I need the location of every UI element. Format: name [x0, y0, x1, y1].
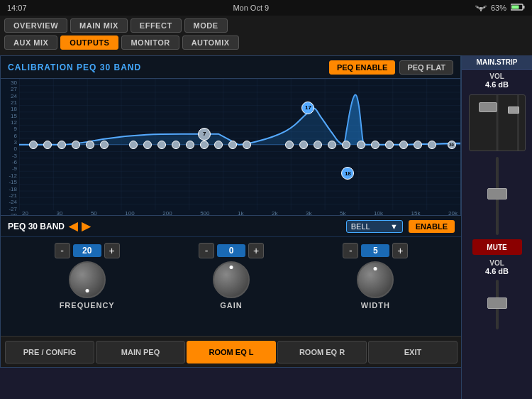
- band-node-30[interactable]: 30: [448, 141, 456, 149]
- band-node-14[interactable]: [214, 141, 223, 149]
- gain-minus-button[interactable]: -: [199, 243, 214, 258]
- right-panel-title: MAIN.STRIP: [462, 55, 532, 70]
- band-node-15[interactable]: [228, 141, 237, 149]
- nav-btn-mode[interactable]: MODE: [184, 18, 228, 33]
- band-node-6[interactable]: [100, 141, 109, 149]
- band-node-23[interactable]: [342, 141, 350, 149]
- width-group: - 5 + WIDTH: [326, 243, 425, 310]
- bottom-tab-room-eq-l[interactable]: ROOM EQ L: [187, 341, 276, 364]
- svg-rect-2: [523, 6, 525, 9]
- width-knob[interactable]: [357, 261, 394, 298]
- band-node-13[interactable]: [200, 141, 209, 149]
- top-vol-label: VOL: [489, 72, 504, 80]
- peq-enable-button[interactable]: PEQ ENABLE: [329, 60, 396, 75]
- arrow-right-icon[interactable]: ▶: [82, 219, 90, 233]
- frequency-knob[interactable]: [69, 261, 106, 298]
- y-axis-labels: 302724211815129630-3-6-9-12-15-18-21-24-…: [1, 79, 19, 220]
- bottom-tabs: PRE / CONFIGMAIN PEQROOM EQ LROOM EQ REX…: [1, 336, 462, 367]
- band-node-3[interactable]: [57, 141, 66, 149]
- band-node-22[interactable]: [328, 141, 336, 149]
- main-fader[interactable]: [469, 157, 526, 235]
- band-node-25[interactable]: [371, 141, 379, 149]
- status-day: Mon Oct 9: [233, 4, 269, 12]
- peq-type-select[interactable]: BELL ▼: [346, 220, 403, 233]
- gain-label: GAIN: [220, 301, 243, 310]
- width-minus-button[interactable]: -: [343, 243, 358, 258]
- band-node-26[interactable]: [385, 141, 394, 149]
- peq-enable-band-button[interactable]: ENABLE: [409, 220, 455, 233]
- band-node-1[interactable]: [29, 141, 38, 149]
- gain-knob[interactable]: [213, 261, 250, 298]
- main-area: CALIBRATION PEQ 30 BAND PEQ ENABLE PEQ F…: [0, 55, 461, 368]
- band-node-21[interactable]: [314, 141, 322, 149]
- eq-graph[interactable]: 302724211815129630-3-6-9-12-15-18-21-24-…: [1, 79, 460, 221]
- nav-bar: OVERVIEWMAIN MIXEFFECTMODE AUX MIXOUTPUT…: [0, 16, 532, 55]
- calibration-title: CALIBRATION PEQ 30 BAND: [8, 62, 141, 72]
- band-node-12[interactable]: [186, 141, 194, 149]
- gain-plus-button[interactable]: +: [248, 243, 264, 258]
- width-plus-button[interactable]: +: [392, 243, 408, 258]
- band-node-20[interactable]: [299, 141, 308, 149]
- band-node-17[interactable]: 17: [301, 102, 314, 114]
- status-bar: 14:07 Mon Oct 9 63%: [0, 0, 532, 16]
- frequency-minus-button[interactable]: -: [55, 243, 70, 258]
- nav-btn-effect[interactable]: EFFECT: [131, 18, 182, 33]
- band-node-18[interactable]: 18: [341, 167, 354, 180]
- frequency-value: 20: [73, 244, 101, 257]
- mute-button[interactable]: MUTE: [472, 239, 522, 255]
- band-node-24[interactable]: [357, 141, 365, 149]
- svg-point-0: [480, 10, 482, 11]
- band-node-29[interactable]: [428, 141, 436, 149]
- nav-btn-outputs[interactable]: OUTPUTS: [60, 35, 118, 50]
- battery-icon: [511, 4, 525, 12]
- gain-value: 0: [217, 244, 245, 257]
- peq-header: PEQ 30 BAND ◀ ▶ BELL ▼ ENABLE: [1, 216, 462, 237]
- wifi-icon: [475, 3, 487, 13]
- band-node-28[interactable]: [414, 141, 422, 149]
- bottom-tab-pre-config[interactable]: PRE / CONFIG: [5, 341, 94, 364]
- bottom-tab-main-peq[interactable]: MAIN PEQ: [96, 341, 185, 364]
- bottom-vol-section: VOL 4.6 dB: [462, 256, 532, 278]
- right-panel: MAIN.STRIP VOL 4.6 dB MUTE VOL 4.6 dB: [461, 55, 532, 399]
- top-vol-value: 4.6 dB: [485, 80, 509, 89]
- band-node-2[interactable]: [43, 141, 52, 149]
- band-node-5[interactable]: [86, 141, 94, 149]
- frequency-plus-button[interactable]: +: [104, 243, 120, 258]
- bottom-vol-label: VOL: [489, 259, 504, 267]
- band-node-19[interactable]: [285, 141, 294, 149]
- chevron-down-icon: ▼: [390, 222, 398, 231]
- band-node-10[interactable]: [157, 141, 166, 149]
- nav-btn-main-mix[interactable]: MAIN MIX: [70, 18, 128, 33]
- width-label: WIDTH: [361, 301, 390, 310]
- band-node-8[interactable]: [129, 141, 138, 149]
- frequency-label: FREQUENCY: [60, 301, 115, 310]
- channel-strip-thumbnail[interactable]: [469, 94, 526, 151]
- bottom-tab-exit[interactable]: EXIT: [368, 341, 458, 364]
- knob-row: - 20 + FREQUENCY - 0 + GAIN: [1, 237, 462, 310]
- bottom-tab-room-eq-r[interactable]: ROOM EQ R: [277, 341, 367, 364]
- band-node-27[interactable]: [399, 141, 408, 149]
- band-node-11[interactable]: [172, 141, 180, 149]
- gain-group: - 0 + GAIN: [182, 243, 281, 310]
- arrow-left-icon[interactable]: ◀: [69, 219, 77, 233]
- band-node-16[interactable]: [243, 141, 251, 149]
- calibration-header: CALIBRATION PEQ 30 BAND PEQ ENABLE PEQ F…: [1, 56, 460, 79]
- nav-btn-monitor[interactable]: MONITOR: [121, 35, 179, 50]
- battery-value: 63%: [491, 4, 506, 12]
- nav-btn-automix[interactable]: AUTOMIX: [182, 35, 239, 50]
- bottom-vol-value: 4.6 dB: [485, 267, 509, 275]
- peq-title: PEQ 30 BAND ◀ ▶: [8, 219, 90, 233]
- frequency-group: - 20 + FREQUENCY: [38, 243, 137, 310]
- status-time: 14:07: [7, 4, 27, 12]
- nav-btn-overview[interactable]: OVERVIEW: [4, 18, 67, 33]
- nav-btn-aux-mix[interactable]: AUX MIX: [4, 35, 57, 50]
- svg-rect-3: [512, 6, 519, 9]
- band-node-7[interactable]: 7: [198, 128, 211, 141]
- band-nodes: 7171830: [19, 79, 460, 210]
- peq-flat-button[interactable]: PEQ FLAT: [399, 60, 453, 75]
- band-node-9[interactable]: [143, 141, 152, 149]
- top-vol-section: VOL 4.6 dB: [462, 70, 532, 92]
- secondary-fader[interactable]: [469, 280, 526, 329]
- width-value: 5: [361, 244, 389, 257]
- band-node-4[interactable]: [72, 141, 80, 149]
